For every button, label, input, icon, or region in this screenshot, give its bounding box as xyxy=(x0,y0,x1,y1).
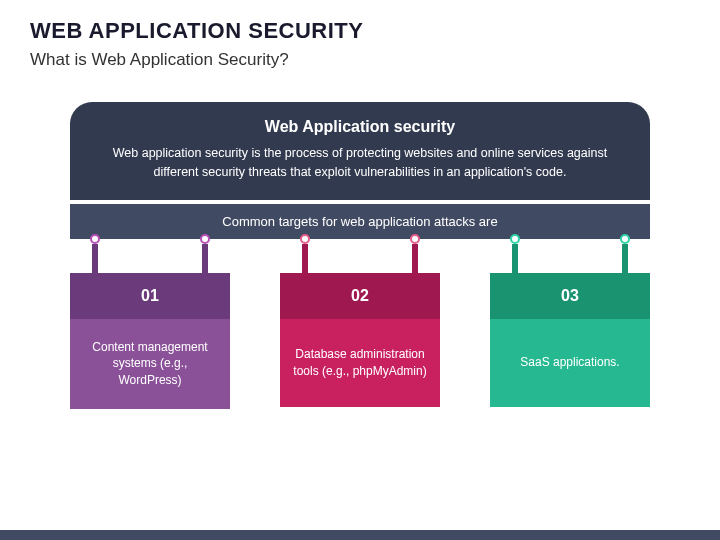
slide-header: WEB APPLICATION SECURITY What is Web App… xyxy=(0,0,720,78)
section-bar: Common targets for web application attac… xyxy=(70,204,650,239)
card-2: 02 Database administration tools (e.g., … xyxy=(280,239,440,409)
card-number: 02 xyxy=(280,273,440,319)
footer-bar xyxy=(0,530,720,540)
card-number: 01 xyxy=(70,273,230,319)
connector-dot-icon xyxy=(300,234,310,244)
cards-row: 01 Content management systems (e.g., Wor… xyxy=(70,239,650,409)
slide-title: WEB APPLICATION SECURITY xyxy=(30,18,690,44)
slide-content: Web Application security Web application… xyxy=(0,78,720,409)
connector-dot-icon xyxy=(410,234,420,244)
definition-box: Web Application security Web application… xyxy=(70,102,650,200)
slide-subtitle: What is Web Application Security? xyxy=(30,50,690,70)
card-text: Database administration tools (e.g., php… xyxy=(280,319,440,407)
definition-text: Web application security is the process … xyxy=(110,144,610,182)
connector-dot-icon xyxy=(90,234,100,244)
connector-dot-icon xyxy=(620,234,630,244)
definition-title: Web Application security xyxy=(110,118,610,136)
card-1: 01 Content management systems (e.g., Wor… xyxy=(70,239,230,409)
card-text: Content management systems (e.g., WordPr… xyxy=(70,319,230,409)
card-3: 03 SaaS applications. xyxy=(490,239,650,409)
card-number: 03 xyxy=(490,273,650,319)
card-text: SaaS applications. xyxy=(490,319,650,407)
connector-dot-icon xyxy=(510,234,520,244)
connector-dot-icon xyxy=(200,234,210,244)
